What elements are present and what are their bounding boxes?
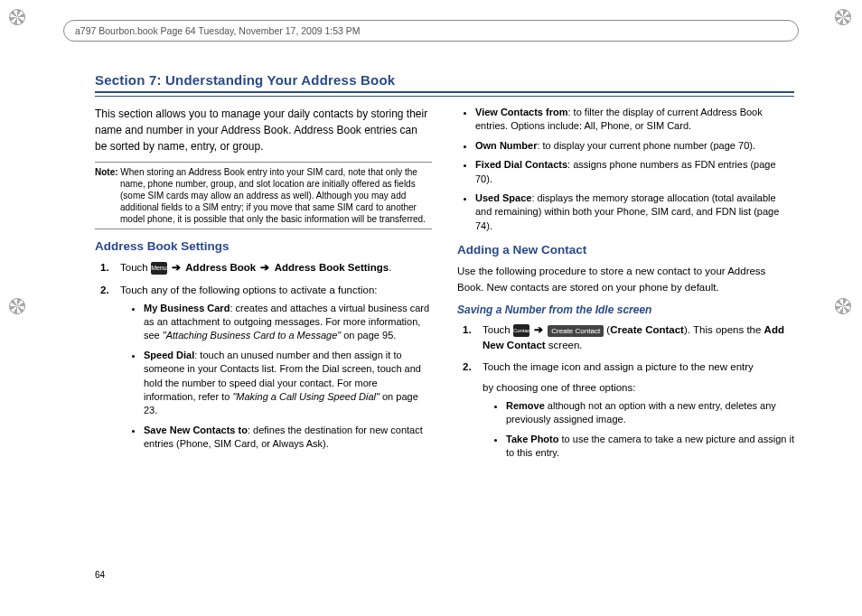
contacts-key-icon: Contacts xyxy=(513,324,529,337)
step2-text: Touch any of the following options to ac… xyxy=(120,285,378,295)
page-number: 64 xyxy=(95,570,105,580)
step1-address-book: Address Book xyxy=(185,262,256,273)
divider xyxy=(95,162,432,163)
bullet-own-number: Own Number: to display your current phon… xyxy=(475,139,794,153)
arrow-icon: ➔ xyxy=(258,262,271,273)
crop-mark-mid-left xyxy=(9,298,27,316)
left-column: This section allows you to manage your d… xyxy=(95,106,432,467)
heading-adding-new-contact: Adding a New Contact xyxy=(457,242,794,258)
settings-bullets: My Business Card: creates and attaches a… xyxy=(120,302,432,452)
label: Remove xyxy=(506,400,545,411)
label: My Business Card xyxy=(144,303,230,313)
label: View Contacts from xyxy=(475,107,568,117)
idle-step-2: Touch the image icon and assign a pictur… xyxy=(483,359,794,460)
heading-address-book-settings: Address Book Settings xyxy=(95,238,432,255)
step-2: Touch any of the following options to ac… xyxy=(120,283,432,452)
bullet-used-space: Used Space: displays the memory storage … xyxy=(475,191,794,233)
idle-steps: Touch Contacts ➔ Create Contact (Create … xyxy=(457,322,794,460)
label: Speed Dial xyxy=(144,350,194,360)
bullet-save-new-contacts: Save New Contacts to: defines the destin… xyxy=(144,424,432,452)
page: on page 95. xyxy=(341,330,396,341)
heading-saving-from-idle: Saving a Number from the Idle screen xyxy=(457,303,794,317)
intro-paragraph: This section allows you to manage your d… xyxy=(95,106,432,154)
bullet-view-contacts-from: View Contacts from: to filter the displa… xyxy=(475,106,794,134)
bullet-fixed-dial-contacts: Fixed Dial Contacts: assigns phone numbe… xyxy=(475,158,794,186)
bullet-take-photo: Take Photo to use the camera to take a n… xyxy=(506,433,794,461)
image-option-bullets: Remove although not an option with a new… xyxy=(483,399,794,461)
idle-step-1: Touch Contacts ➔ Create Contact (Create … xyxy=(483,322,794,352)
menu-key-icon: Menu xyxy=(151,262,167,275)
note-text: When storing an Address Book entry into … xyxy=(120,167,426,224)
label: Fixed Dial Contacts xyxy=(475,159,567,170)
arrow-icon: ➔ xyxy=(532,324,545,335)
create-contact-label: Create Contact xyxy=(610,324,684,335)
label: Save New Contacts to xyxy=(144,425,248,435)
crop-mark-top-left xyxy=(9,9,27,27)
step1-touch: Touch xyxy=(120,262,148,273)
create-contact-chip: Create Contact xyxy=(548,325,604,337)
divider xyxy=(95,229,432,229)
step2-line1: Touch the image icon and assign a pictur… xyxy=(483,359,794,375)
settings-bullets-continued: View Contacts from: to filter the displa… xyxy=(457,106,794,233)
text: although not an option with a new entry,… xyxy=(506,400,776,425)
step2-line2: by choosing one of three options: xyxy=(483,380,794,396)
title-rule xyxy=(95,91,794,97)
doc-header-bar: a797 Bourbon.book Page 64 Tuesday, Novem… xyxy=(63,20,799,42)
crop-mark-top-right xyxy=(835,9,853,27)
ref: "Attaching Business Card to a Message" xyxy=(163,330,341,341)
bullet-remove: Remove although not an option with a new… xyxy=(506,399,794,427)
settings-steps: Touch Menu ➔ Address Book ➔ Address Book… xyxy=(95,260,432,451)
arrow-icon: ➔ xyxy=(170,262,183,273)
ref: "Making a Call Using Speed Dial" xyxy=(232,391,379,402)
section-title: Section 7: Understanding Your Address Bo… xyxy=(95,72,794,89)
label: Own Number xyxy=(475,140,537,151)
label: Used Space xyxy=(475,192,531,203)
label: Take Photo xyxy=(506,434,558,444)
add-contact-intro: Use the following procedure to store a n… xyxy=(457,264,794,295)
page-body: Section 7: Understanding Your Address Bo… xyxy=(95,72,794,580)
doc-header-text: a797 Bourbon.book Page 64 Tuesday, Novem… xyxy=(75,25,361,36)
bullet-speed-dial: Speed Dial: touch an unused number and t… xyxy=(144,349,432,418)
step-1: Touch Menu ➔ Address Book ➔ Address Book… xyxy=(120,260,432,275)
note-block: Note: When storing an Address Book entry… xyxy=(95,166,432,225)
bullet-my-business-card: My Business Card: creates and attaches a… xyxy=(144,302,432,343)
text: : to display your current phone number (… xyxy=(537,140,755,151)
note-label: Note: xyxy=(95,167,118,177)
two-column-layout: This section allows you to manage your d… xyxy=(95,106,794,467)
crop-mark-mid-right xyxy=(835,298,853,316)
touch: Touch xyxy=(483,324,511,335)
step1-address-book-settings: Address Book Settings xyxy=(275,262,389,273)
right-column: View Contacts from: to filter the displa… xyxy=(457,106,794,467)
rest1: . This opens the xyxy=(688,324,764,335)
rest2: screen. xyxy=(546,340,583,350)
